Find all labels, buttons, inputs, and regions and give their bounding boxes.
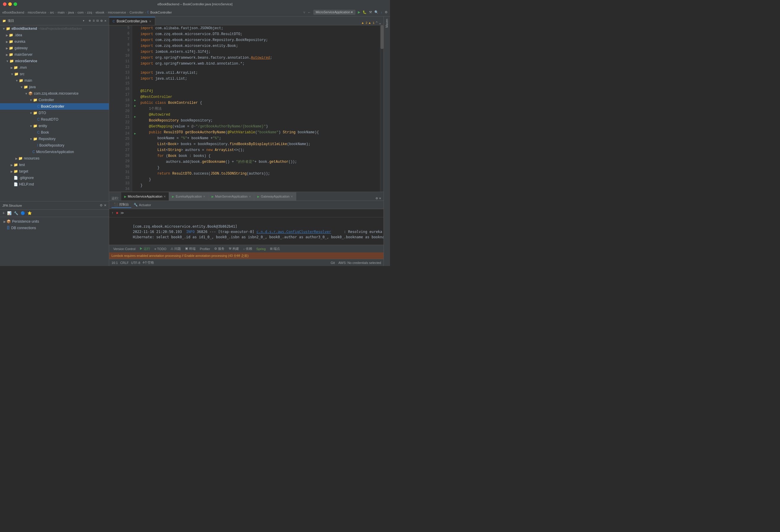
- bottom-run[interactable]: ▶ 运行: [138, 247, 152, 251]
- bottom-spring[interactable]: Spring: [255, 247, 267, 251]
- run-config-selector[interactable]: MicroServiceApplication ▾: [313, 10, 355, 15]
- window-controls[interactable]: [3, 2, 17, 6]
- tree-item-resources[interactable]: ▶ 📁 resources: [0, 155, 109, 162]
- jpa-chart-icon[interactable]: 📊: [7, 211, 11, 216]
- run-line-18[interactable]: ▶: [134, 99, 136, 102]
- tree-item-java[interactable]: ▼ 📁 java: [0, 84, 109, 90]
- run-output-icon[interactable]: ≫: [120, 211, 124, 215]
- tree-item-idea[interactable]: ▶ 📁 .idea: [0, 32, 109, 38]
- breadcrumb-controller[interactable]: Controller: [130, 11, 144, 14]
- jpa-add-icon[interactable]: +: [2, 211, 5, 216]
- tree-item-com-zzq[interactable]: ▼ 📦 com.zzq.ebook.microservice: [0, 90, 109, 97]
- breadcrumb-micro-service[interactable]: microService: [28, 11, 47, 14]
- run-line-24[interactable]: ▶: [134, 132, 136, 136]
- breadcrumb-main[interactable]: main: [57, 11, 64, 14]
- vertical-scrollbar[interactable]: [380, 25, 384, 192]
- jpa-db-connections[interactable]: ▶ 🗄 DB connections: [2, 225, 106, 231]
- run-tab-close-micro[interactable]: ✕: [163, 195, 166, 198]
- breadcrumb-ebook[interactable]: ebook: [96, 11, 104, 14]
- sidebar-toolbar-settings[interactable]: ⚙: [101, 18, 103, 23]
- tree-item-src[interactable]: ▼ 📁 src: [0, 71, 109, 77]
- tree-item-micro-service[interactable]: ▼ 📁 microService: [0, 58, 109, 64]
- search-icon[interactable]: 🔍: [374, 10, 379, 14]
- bottom-terminal[interactable]: ▣ 终端: [183, 247, 197, 251]
- run-tab-close-gateway[interactable]: ✕: [291, 195, 293, 198]
- bottom-deps[interactable]: ↓ 依赖: [241, 247, 254, 251]
- tree-item-target[interactable]: ▶ 📁 target: [0, 168, 109, 174]
- sidebar-toolbar-close[interactable]: ✕: [104, 18, 106, 23]
- tree-item-root[interactable]: ▼ 📁 eBookBackend ~/IdeaProjects/test/eBo…: [0, 25, 109, 32]
- run-tab-gateway[interactable]: ▶ GatewayApplication ✕: [254, 192, 296, 201]
- run-line-21[interactable]: ▶: [134, 115, 136, 118]
- run-settings-icon[interactable]: ⚙: [376, 196, 378, 201]
- close-button[interactable]: [3, 2, 6, 6]
- run-line-19[interactable]: ▶: [134, 104, 136, 108]
- breadcrumb-zzq[interactable]: zzq: [87, 11, 92, 14]
- maven-panel-label[interactable]: Maven: [385, 16, 389, 30]
- jpa-settings-icon[interactable]: ⚙: [100, 204, 103, 207]
- sidebar-toolbar-scope[interactable]: ⊕: [89, 18, 91, 23]
- tree-item-gateway[interactable]: ▶ 📁 gateway: [0, 45, 109, 51]
- settings-icon[interactable]: ⚙: [385, 10, 388, 14]
- maximize-button[interactable]: [13, 2, 17, 6]
- run-tab-eureka[interactable]: ▶ EurekaApplication ✕: [169, 192, 208, 201]
- bottom-version-control[interactable]: Version Control: [111, 247, 137, 251]
- bottom-build[interactable]: ⚒ 构建: [227, 247, 241, 251]
- code-area[interactable]: import com.alibaba.fastjson.JSONObject; …: [138, 25, 380, 192]
- actuator-tab[interactable]: 🔧 Actuator: [131, 202, 153, 207]
- tree-item-eureka[interactable]: ▶ 📁 eureka: [0, 38, 109, 45]
- debug-icon[interactable]: 🐛: [362, 10, 367, 14]
- tree-item-help[interactable]: ▶ 📄 HELP.md: [0, 181, 109, 188]
- jpa-persistence-units[interactable]: ▶ 📦 Persistence units: [2, 218, 106, 225]
- tree-item-mvn[interactable]: ▶ 📁 .mvn: [0, 64, 109, 71]
- breadcrumb-book-controller[interactable]: BookController: [150, 11, 172, 14]
- build-icon[interactable]: ⚒: [369, 10, 372, 14]
- jpa-db-icon[interactable]: 🔵: [21, 211, 25, 216]
- bottom-services[interactable]: ⚙ 服务: [212, 247, 226, 251]
- sidebar-toolbar-filter[interactable]: ⊟: [96, 18, 99, 23]
- run-tab-micro-service[interactable]: ▶ MicroServiceApplication ✕: [121, 192, 169, 201]
- tree-item-book-controller[interactable]: ▶ C BookController: [0, 103, 109, 110]
- tree-item-repository[interactable]: ▼ 📁 Repository: [0, 136, 109, 142]
- tree-item-controller[interactable]: ▼ 📁 Controller: [0, 97, 109, 103]
- bottom-profiler[interactable]: Profiler: [198, 247, 212, 251]
- run-tab-close-eureka[interactable]: ✕: [203, 195, 205, 198]
- console-tab[interactable]: ⬛ 控制台: [111, 202, 131, 208]
- update-icon[interactable]: ↑: [381, 11, 383, 14]
- sidebar-toolbar-collapse[interactable]: ≡: [93, 19, 95, 23]
- breadcrumb-ebook-backend[interactable]: eBookBackend: [2, 11, 24, 14]
- console-output[interactable]: [com.zzq.ebook.microservice.entity.Book@…: [109, 217, 384, 245]
- tree-item-result-dto[interactable]: ▶ C ResultDTO: [0, 116, 109, 123]
- tree-item-book-repository[interactable]: ▶ I BookRepository: [0, 142, 109, 149]
- breadcrumb-src[interactable]: src: [50, 11, 54, 14]
- breadcrumb-microservice[interactable]: microservice: [108, 11, 126, 14]
- back-icon[interactable]: ←: [308, 11, 311, 14]
- tab-close-icon[interactable]: ✕: [149, 20, 151, 23]
- tree-item-dto[interactable]: ▼ 📁 DTO: [0, 110, 109, 116]
- jpa-star-icon[interactable]: ⭐: [28, 211, 32, 216]
- tree-item-main[interactable]: ▼ 📁 main: [0, 77, 109, 84]
- jpa-tool-icon[interactable]: 🔧: [14, 211, 18, 216]
- expand-icon[interactable]: ⌃: [376, 21, 378, 25]
- run-tab-main-server[interactable]: ▶ MainServerApplication ✕: [208, 192, 254, 201]
- run-tab-close-main[interactable]: ✕: [249, 195, 251, 198]
- run-icon[interactable]: ▶: [358, 10, 360, 14]
- breadcrumb-com[interactable]: com: [78, 11, 84, 14]
- bottom-endpoints[interactable]: ⊞ 端点: [268, 247, 282, 251]
- run-restart-icon[interactable]: ↑: [111, 211, 113, 215]
- minimize-button[interactable]: [8, 2, 12, 6]
- tree-item-gitignore[interactable]: ▶ 📄 .gitignore: [0, 174, 109, 181]
- tree-item-test[interactable]: ▶ 📁 test: [0, 162, 109, 168]
- bottom-todo[interactable]: ≡ TODO: [152, 247, 168, 251]
- tree-item-main-server[interactable]: ▶ 📁 mainServer: [0, 51, 109, 58]
- run-close-panel-icon[interactable]: ✕: [379, 196, 381, 201]
- tree-item-book[interactable]: ▶ C Book: [0, 129, 109, 136]
- run-stop-icon[interactable]: ■: [116, 211, 118, 215]
- bottom-problems[interactable]: ⚠ 问题: [169, 247, 183, 251]
- breadcrumb-java[interactable]: java: [68, 11, 74, 14]
- tree-item-entity[interactable]: ▼ 📁 entity: [0, 123, 109, 129]
- collapse-icon[interactable]: ⌄: [379, 21, 381, 25]
- sidebar-dropdown-icon[interactable]: ▾: [83, 18, 85, 23]
- vcs-icon[interactable]: ⑂: [303, 11, 305, 14]
- tab-book-controller[interactable]: C BookController.java ✕: [109, 17, 155, 25]
